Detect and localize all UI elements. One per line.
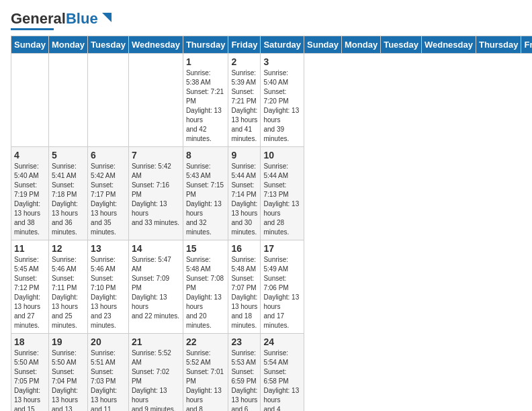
day-number: 7 <box>132 150 180 161</box>
calendar-week-row: 11Sunrise: 5:45 AM Sunset: 7:12 PM Dayli… <box>11 240 533 334</box>
day-content: Sunrise: 5:48 AM Sunset: 7:07 PM Dayligh… <box>231 255 257 330</box>
calendar-cell: 20Sunrise: 5:51 AM Sunset: 7:03 PM Dayli… <box>88 334 129 411</box>
day-number: 5 <box>52 150 85 161</box>
day-content: Sunrise: 5:48 AM Sunset: 7:08 PM Dayligh… <box>186 255 226 330</box>
day-number: 3 <box>263 56 301 67</box>
calendar-cell: 22Sunrise: 5:52 AM Sunset: 7:01 PM Dayli… <box>183 334 228 411</box>
calendar-table: SundayMondayTuesdayWednesdayThursdayFrid… <box>11 36 532 411</box>
header-saturday: Saturday <box>261 36 304 54</box>
calendar-cell <box>11 54 49 147</box>
calendar-cell: 14Sunrise: 5:47 AM Sunset: 7:09 PM Dayli… <box>128 240 183 334</box>
logo-underline <box>11 28 54 30</box>
day-number: 18 <box>14 336 46 347</box>
logo-arrow-icon <box>99 10 114 25</box>
day-number: 9 <box>231 150 257 161</box>
calendar-cell <box>128 54 183 147</box>
day-number: 10 <box>263 150 301 161</box>
calendar-cell: 1Sunrise: 5:38 AM Sunset: 7:21 PM Daylig… <box>183 54 228 147</box>
day-number: 1 <box>186 56 226 67</box>
calendar-week-row: 4Sunrise: 5:40 AM Sunset: 7:19 PM Daylig… <box>11 147 533 240</box>
day-number: 14 <box>132 243 180 254</box>
day-number: 23 <box>231 336 257 347</box>
day-number: 6 <box>91 150 126 161</box>
day-content: Sunrise: 5:38 AM Sunset: 7:21 PM Dayligh… <box>186 68 226 144</box>
header-monday: Monday <box>48 36 87 54</box>
day-content: Sunrise: 5:51 AM Sunset: 7:03 PM Dayligh… <box>91 349 126 411</box>
day-number: 12 <box>52 243 85 254</box>
calendar-cell: 23Sunrise: 5:53 AM Sunset: 6:59 PM Dayli… <box>228 334 261 411</box>
calendar-cell: 21Sunrise: 5:52 AM Sunset: 7:02 PM Dayli… <box>128 334 183 411</box>
calendar-cell: 11Sunrise: 5:45 AM Sunset: 7:12 PM Dayli… <box>11 240 49 334</box>
day-number: 13 <box>91 243 126 254</box>
day-content: Sunrise: 5:50 AM Sunset: 7:04 PM Dayligh… <box>52 349 85 411</box>
day-number: 2 <box>231 56 257 67</box>
header-wednesday: Wednesday <box>128 36 183 54</box>
day-content: Sunrise: 5:43 AM Sunset: 7:15 PM Dayligh… <box>186 162 226 237</box>
calendar-cell: 2Sunrise: 5:39 AM Sunset: 7:21 PM Daylig… <box>228 54 261 147</box>
day-content: Sunrise: 5:42 AM Sunset: 7:16 PM Dayligh… <box>132 162 180 228</box>
day-content: Sunrise: 5:53 AM Sunset: 6:59 PM Dayligh… <box>231 349 257 411</box>
calendar-cell: 12Sunrise: 5:46 AM Sunset: 7:11 PM Dayli… <box>48 240 87 334</box>
header-tuesday: Tuesday <box>88 36 129 54</box>
day-number: 21 <box>132 336 180 347</box>
day-content: Sunrise: 5:50 AM Sunset: 7:05 PM Dayligh… <box>14 349 46 411</box>
day-content: Sunrise: 5:52 AM Sunset: 7:01 PM Dayligh… <box>186 349 226 411</box>
calendar-cell: 13Sunrise: 5:46 AM Sunset: 7:10 PM Dayli… <box>88 240 129 334</box>
day-content: Sunrise: 5:47 AM Sunset: 7:09 PM Dayligh… <box>132 255 180 321</box>
calendar-cell: 17Sunrise: 5:49 AM Sunset: 7:06 PM Dayli… <box>261 240 304 334</box>
calendar-header-row: SundayMondayTuesdayWednesdayThursdayFrid… <box>11 36 533 54</box>
day-number: 19 <box>52 336 85 347</box>
header-cell-tuesday: Tuesday <box>381 36 422 54</box>
day-number: 11 <box>14 243 46 254</box>
header-cell-friday: Friday <box>521 36 532 54</box>
calendar-cell: 7Sunrise: 5:42 AM Sunset: 7:16 PM Daylig… <box>128 147 183 240</box>
day-content: Sunrise: 5:46 AM Sunset: 7:10 PM Dayligh… <box>91 255 126 330</box>
day-content: Sunrise: 5:41 AM Sunset: 7:18 PM Dayligh… <box>52 162 85 237</box>
day-content: Sunrise: 5:44 AM Sunset: 7:14 PM Dayligh… <box>231 162 257 237</box>
calendar-cell: 8Sunrise: 5:43 AM Sunset: 7:15 PM Daylig… <box>183 147 228 240</box>
calendar-cell: 16Sunrise: 5:48 AM Sunset: 7:07 PM Dayli… <box>228 240 261 334</box>
calendar-cell: 10Sunrise: 5:44 AM Sunset: 7:13 PM Dayli… <box>261 147 304 240</box>
day-number: 15 <box>186 243 226 254</box>
day-content: Sunrise: 5:40 AM Sunset: 7:19 PM Dayligh… <box>14 162 46 237</box>
header-cell-sunday: Sunday <box>304 36 342 54</box>
day-content: Sunrise: 5:45 AM Sunset: 7:12 PM Dayligh… <box>14 255 46 330</box>
day-content: Sunrise: 5:40 AM Sunset: 7:20 PM Dayligh… <box>263 68 301 144</box>
logo-text: GeneralBlue <box>11 11 98 27</box>
day-content: Sunrise: 5:42 AM Sunset: 7:17 PM Dayligh… <box>91 162 126 237</box>
day-content: Sunrise: 5:49 AM Sunset: 7:06 PM Dayligh… <box>263 255 301 330</box>
header-friday: Friday <box>228 36 261 54</box>
calendar-week-row: 1Sunrise: 5:38 AM Sunset: 7:21 PM Daylig… <box>11 54 533 147</box>
day-number: 20 <box>91 336 126 347</box>
header-cell-monday: Monday <box>342 36 381 54</box>
calendar-cell <box>48 54 87 147</box>
day-number: 8 <box>186 150 226 161</box>
day-content: Sunrise: 5:44 AM Sunset: 7:13 PM Dayligh… <box>263 162 301 237</box>
day-number: 16 <box>231 243 257 254</box>
day-number: 24 <box>263 336 301 347</box>
calendar-week-row: 18Sunrise: 5:50 AM Sunset: 7:05 PM Dayli… <box>11 334 533 411</box>
calendar-cell: 15Sunrise: 5:48 AM Sunset: 7:08 PM Dayli… <box>183 240 228 334</box>
calendar-cell <box>88 54 129 147</box>
header-cell-thursday: Thursday <box>476 36 521 54</box>
svg-marker-0 <box>102 13 112 22</box>
day-content: Sunrise: 5:39 AM Sunset: 7:21 PM Dayligh… <box>231 68 257 144</box>
day-content: Sunrise: 5:46 AM Sunset: 7:11 PM Dayligh… <box>52 255 85 330</box>
calendar-cell: 4Sunrise: 5:40 AM Sunset: 7:19 PM Daylig… <box>11 147 49 240</box>
calendar-cell: 9Sunrise: 5:44 AM Sunset: 7:14 PM Daylig… <box>228 147 261 240</box>
day-content: Sunrise: 5:54 AM Sunset: 6:58 PM Dayligh… <box>263 349 301 411</box>
header-cell-wednesday: Wednesday <box>421 36 476 54</box>
calendar-cell: 19Sunrise: 5:50 AM Sunset: 7:04 PM Dayli… <box>48 334 87 411</box>
day-number: 4 <box>14 150 46 161</box>
calendar-cell: 18Sunrise: 5:50 AM Sunset: 7:05 PM Dayli… <box>11 334 49 411</box>
header-sunday: Sunday <box>11 36 49 54</box>
header-thursday: Thursday <box>183 36 228 54</box>
calendar-cell: 6Sunrise: 5:42 AM Sunset: 7:17 PM Daylig… <box>88 147 129 240</box>
calendar-cell: 5Sunrise: 5:41 AM Sunset: 7:18 PM Daylig… <box>48 147 87 240</box>
day-number: 17 <box>263 243 301 254</box>
day-content: Sunrise: 5:52 AM Sunset: 7:02 PM Dayligh… <box>132 349 180 411</box>
calendar-cell: 24Sunrise: 5:54 AM Sunset: 6:58 PM Dayli… <box>261 334 304 411</box>
logo: GeneralBlue <box>11 11 114 30</box>
calendar-cell: 3Sunrise: 5:40 AM Sunset: 7:20 PM Daylig… <box>261 54 304 147</box>
page-header: GeneralBlue <box>11 11 521 30</box>
